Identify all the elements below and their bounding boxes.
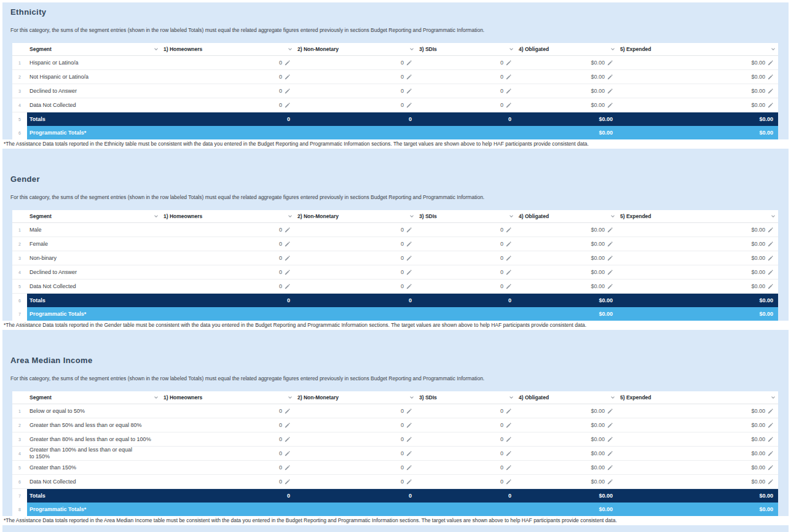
cell-non-monetary[interactable]: 0 [295,280,417,293]
cell-sdis[interactable]: 0 [417,98,516,112]
pencil-icon[interactable] [406,241,412,247]
cell-homeowners[interactable]: 0 [161,404,295,418]
pencil-icon[interactable] [768,284,773,289]
cell-sdis[interactable]: 0 [417,84,516,98]
cell-obligated[interactable]: $0.00 [516,475,618,488]
cell-homeowners[interactable]: 0 [161,280,295,293]
chevron-down-icon[interactable] [153,46,159,52]
cell-obligated[interactable]: $0.00 [516,223,618,237]
cell-sdis[interactable]: 0 [417,223,516,237]
pencil-icon[interactable] [506,465,511,471]
cell-expended[interactable]: $0.00 [618,98,778,112]
pencil-icon[interactable] [506,451,511,456]
cell-obligated[interactable]: $0.00 [516,84,618,98]
chevron-down-icon[interactable] [287,394,293,401]
cell-non-monetary[interactable]: 0 [295,475,417,488]
cell-sdis[interactable]: 0 [417,56,516,69]
pencil-icon[interactable] [285,437,290,442]
pencil-icon[interactable] [607,60,613,66]
cell-sdis[interactable]: 0 [417,418,516,432]
pencil-icon[interactable] [607,74,613,80]
pencil-icon[interactable] [506,103,511,108]
cell-sdis[interactable]: 0 [417,237,516,251]
cell-obligated[interactable]: $0.00 [516,251,618,265]
cell-obligated[interactable]: $0.00 [516,404,618,418]
cell-obligated[interactable]: $0.00 [516,432,618,446]
pencil-icon[interactable] [285,451,290,456]
cell-homeowners[interactable]: 0 [161,432,295,446]
pencil-icon[interactable] [406,465,412,471]
cell-sdis[interactable]: 0 [417,404,516,418]
cell-sdis[interactable]: 0 [417,265,516,279]
pencil-icon[interactable] [285,241,290,247]
pencil-icon[interactable] [406,103,412,108]
pencil-icon[interactable] [406,423,412,428]
chevron-down-icon[interactable] [287,213,293,219]
pencil-icon[interactable] [506,256,511,261]
pencil-icon[interactable] [506,423,511,428]
pencil-icon[interactable] [285,284,290,289]
pencil-icon[interactable] [285,227,290,233]
cell-obligated[interactable]: $0.00 [516,280,618,293]
cell-homeowners[interactable]: 0 [161,237,295,251]
pencil-icon[interactable] [285,256,290,261]
cell-homeowners[interactable]: 0 [161,70,295,84]
cell-homeowners[interactable]: 0 [161,98,295,112]
cell-homeowners[interactable]: 0 [161,475,295,488]
pencil-icon[interactable] [506,227,511,233]
chevron-down-icon[interactable] [508,46,514,52]
pencil-icon[interactable] [768,451,773,456]
cell-non-monetary[interactable]: 0 [295,251,417,265]
cell-expended[interactable]: $0.00 [618,237,778,251]
cell-non-monetary[interactable]: 0 [295,418,417,432]
cell-non-monetary[interactable]: 0 [295,404,417,418]
cell-non-monetary[interactable]: 0 [295,70,417,84]
cell-homeowners[interactable]: 0 [161,56,295,69]
pencil-icon[interactable] [406,88,412,94]
pencil-icon[interactable] [285,74,290,80]
cell-non-monetary[interactable]: 0 [295,98,417,112]
cell-expended[interactable]: $0.00 [618,56,778,69]
pencil-icon[interactable] [607,227,613,233]
pencil-icon[interactable] [506,74,511,80]
pencil-icon[interactable] [406,60,412,66]
pencil-icon[interactable] [285,479,290,485]
pencil-icon[interactable] [285,465,290,471]
cell-expended[interactable]: $0.00 [618,84,778,98]
pencil-icon[interactable] [506,284,511,289]
cell-sdis[interactable]: 0 [417,461,516,474]
cell-homeowners[interactable]: 0 [161,265,295,279]
pencil-icon[interactable] [285,103,290,108]
cell-homeowners[interactable]: 0 [161,84,295,98]
pencil-icon[interactable] [406,437,412,442]
cell-sdis[interactable]: 0 [417,280,516,293]
pencil-icon[interactable] [768,74,773,80]
cell-non-monetary[interactable]: 0 [295,432,417,446]
pencil-icon[interactable] [607,256,613,261]
pencil-icon[interactable] [406,270,412,275]
pencil-icon[interactable] [406,74,412,80]
pencil-icon[interactable] [607,284,613,289]
pencil-icon[interactable] [506,60,511,66]
pencil-icon[interactable] [768,227,773,233]
chevron-down-icon[interactable] [610,46,616,52]
pencil-icon[interactable] [768,241,773,247]
pencil-icon[interactable] [768,409,773,414]
pencil-icon[interactable] [607,88,613,94]
pencil-icon[interactable] [768,60,773,66]
pencil-icon[interactable] [506,88,511,94]
cell-homeowners[interactable]: 0 [161,418,295,432]
cell-non-monetary[interactable]: 0 [295,461,417,474]
chevron-down-icon[interactable] [409,213,415,219]
cell-obligated[interactable]: $0.00 [516,237,618,251]
cell-expended[interactable]: $0.00 [618,461,778,474]
pencil-icon[interactable] [607,241,613,247]
pencil-icon[interactable] [406,479,412,485]
pencil-icon[interactable] [406,256,412,261]
pencil-icon[interactable] [506,437,511,442]
pencil-icon[interactable] [607,103,613,108]
chevron-down-icon[interactable] [153,394,159,401]
chevron-down-icon[interactable] [287,46,293,52]
pencil-icon[interactable] [285,409,290,414]
cell-non-monetary[interactable]: 0 [295,265,417,279]
